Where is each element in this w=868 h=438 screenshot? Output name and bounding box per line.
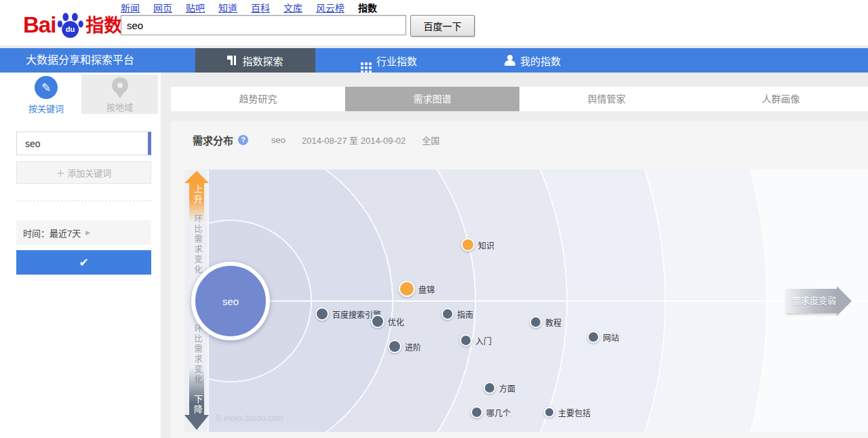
logo-bai-text: Bai: [23, 9, 56, 41]
navbar-item-label: 我的指数: [520, 54, 561, 68]
panel-keyword: seo: [271, 135, 285, 145]
logo-product-text: 指数: [85, 11, 122, 41]
baidu-nav-link[interactable]: 风云榜: [316, 1, 344, 14]
bubble-主要包括[interactable]: 主要包括: [544, 407, 555, 418]
edit-icon: ✎: [35, 76, 58, 99]
bubble-进阶[interactable]: 进阶: [388, 340, 401, 353]
navbar-item-index-explore[interactable]: 指数探索: [195, 48, 315, 73]
tab-趋势研究[interactable]: 趋势研究: [171, 87, 345, 111]
sidebar: ✎ 按关键词 按地域 ＋ 添加关键词 时间：最近7天 ▶ ✔: [0, 73, 161, 438]
sidebar-tab-by-keyword[interactable]: ✎ 按关键词: [12, 75, 80, 114]
up-arrow-icon: [184, 171, 209, 183]
demand-map-plot: 上升 环比需求变化 环比需求变化 下降 © index.baidu.com 需求…: [184, 170, 868, 432]
x-axis-line: [225, 300, 868, 302]
bubble-百度搜索引擎[interactable]: 百度搜索引擎: [315, 307, 329, 321]
time-range-selector[interactable]: 时间：最近7天 ▶: [16, 220, 151, 245]
baidu-nav-link[interactable]: 贴吧: [186, 1, 205, 14]
baidu-nav-link[interactable]: 知道: [218, 1, 237, 14]
baidu-nav-link[interactable]: 网页: [153, 1, 172, 14]
bubble-label: 网站: [603, 332, 619, 343]
panel-header: 需求分布 ? seo 2014-08-27 至 2014-09-02 全国: [193, 132, 439, 147]
bubble-label: 进阶: [405, 341, 421, 353]
content-panel: 需求分布 ? seo 2014-08-27 至 2014-09-02 全国 上升…: [171, 121, 868, 438]
bubble-盘锦[interactable]: 盘锦: [399, 281, 415, 297]
bubble-label: 主要包括: [558, 407, 591, 418]
location-pin-icon: [112, 77, 128, 99]
bubble-label: 哪几个: [486, 407, 511, 418]
add-keyword-button[interactable]: ＋ 添加关键词: [16, 161, 151, 184]
tab-人群画像[interactable]: 人群画像: [694, 87, 868, 111]
bubble-网站[interactable]: 网站: [587, 331, 599, 343]
navbar-item-label: 指数探索: [242, 54, 283, 68]
center-keyword-label: seo: [222, 296, 239, 307]
panel-title: 需求分布: [193, 133, 233, 147]
bubble-label: 方面: [499, 382, 515, 394]
sidebar-tab-label: 按地域: [81, 100, 158, 113]
search-button[interactable]: 百度一下: [410, 15, 475, 37]
tab-舆情管家[interactable]: 舆情管家: [519, 87, 694, 111]
bubble-教程[interactable]: 教程: [530, 316, 542, 328]
report-tabs: 趋势研究需求图谱舆情管家人群画像: [171, 87, 868, 111]
sidebar-tab-label: 按关键词: [12, 102, 80, 115]
navbar-item-industry-index[interactable]: 行业指数: [361, 48, 417, 73]
baidu-nav-link[interactable]: 新闻: [121, 1, 140, 14]
bubble-知识[interactable]: 知识: [461, 238, 475, 252]
bubble-label: 知识: [478, 239, 494, 251]
keyword-input[interactable]: [16, 132, 151, 155]
right-arrow-icon: [837, 286, 852, 316]
down-arrow-icon: [184, 415, 209, 430]
top-header: Bai du 指数 新闻网页贴吧知道百科文库风云榜指数 百度一下: [0, 0, 868, 45]
bubble-入门[interactable]: 入门: [460, 334, 472, 346]
sidebar-divider: [16, 201, 152, 201]
bubble-label: 优化: [388, 316, 404, 327]
baidu-nav-link-current[interactable]: 指数: [358, 1, 377, 14]
x-axis-label: 需求度变弱: [792, 289, 837, 313]
main-navbar: 大数据分享和探索平台 指数探索 行业指数 我的指数: [0, 48, 868, 73]
grid-icon: [361, 56, 372, 66]
y-axis-up-label: 上升: [189, 184, 204, 205]
baidu-paw-icon: du: [57, 9, 84, 41]
y-axis-down-label: 下降: [189, 395, 204, 415]
bubble-方面[interactable]: 方面: [484, 382, 496, 394]
caret-right-icon: ▶: [85, 229, 90, 236]
search-input[interactable]: [121, 15, 406, 35]
bubble-label: 入门: [475, 335, 492, 346]
tab-需求图谱[interactable]: 需求图谱: [345, 87, 519, 111]
bubble-label: 教程: [545, 317, 561, 328]
navbar-item-label: 行业指数: [376, 54, 417, 68]
baidu-index-logo[interactable]: Bai du 指数: [23, 5, 122, 41]
panel-date-range: 2014-08-27 至 2014-09-02: [302, 134, 406, 146]
y-axis-label-top: 环比需求变化: [192, 214, 203, 275]
svg-text:du: du: [66, 25, 75, 33]
help-icon[interactable]: ?: [238, 135, 248, 145]
check-icon: ✔: [79, 256, 88, 269]
center-keyword-bubble[interactable]: seo: [191, 262, 270, 340]
panel-region: 全国: [422, 134, 439, 146]
bubble-label: 指南: [457, 308, 473, 320]
time-range-label: 时间：最近7天: [23, 226, 81, 239]
x-axis-arrow: 需求度变弱: [785, 286, 853, 316]
page: Bai du 指数 新闻网页贴吧知道百科文库风云榜指数 百度一下 大数据分享和探…: [0, 0, 868, 438]
navbar-item-my-index[interactable]: 我的指数: [505, 48, 561, 73]
user-icon: [505, 55, 515, 66]
bubble-label: 盘锦: [418, 283, 435, 295]
bar-chart-icon: [227, 56, 237, 65]
sidebar-tab-by-region[interactable]: 按地域: [81, 75, 158, 114]
confirm-button[interactable]: ✔: [16, 250, 151, 275]
baidu-nav-link[interactable]: 文库: [283, 1, 302, 14]
bubble-优化[interactable]: 优化: [371, 315, 384, 328]
baidu-nav-links: 新闻网页贴吧知道百科文库风云榜指数: [121, 1, 377, 14]
bubble-哪几个[interactable]: 哪几个: [471, 406, 483, 418]
watermark: © index.baidu.com: [216, 414, 283, 423]
baidu-nav-link[interactable]: 百科: [251, 1, 270, 14]
bubble-指南[interactable]: 指南: [441, 308, 454, 320]
platform-title: 大数据分享和探索平台: [26, 48, 134, 73]
